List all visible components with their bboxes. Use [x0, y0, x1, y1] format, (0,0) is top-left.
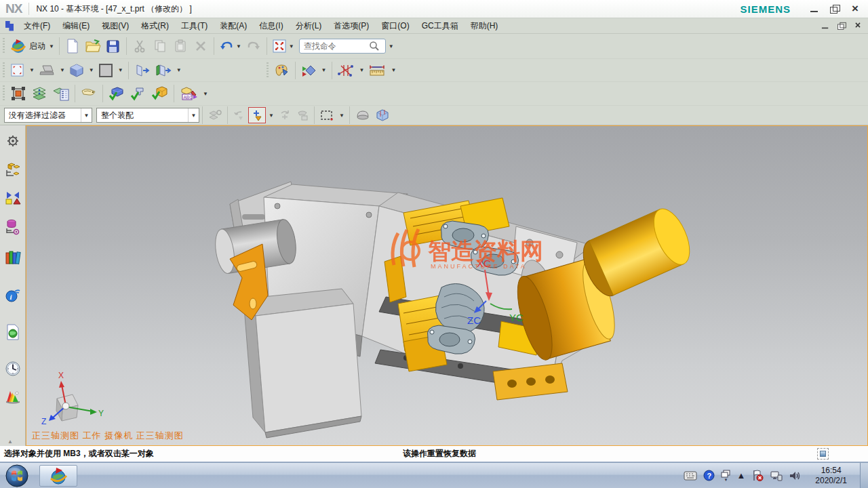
web-page-icon[interactable] — [3, 322, 23, 342]
model-lower-block[interactable] — [243, 289, 361, 438]
find-command-input[interactable] — [304, 41, 369, 51]
chevron-down-icon[interactable]: ▼ — [87, 67, 96, 73]
menu-help[interactable]: 帮助(H) — [465, 19, 505, 33]
delete-button[interactable] — [191, 36, 211, 56]
show-hide-button[interactable] — [298, 62, 319, 79]
child-minimize-button[interactable] — [821, 22, 829, 30]
roles-palette-icon[interactable] — [3, 387, 23, 407]
internet-info-icon[interactable]: i — [3, 285, 23, 306]
toolbar-grip[interactable] — [1, 85, 6, 102]
interpart-select-button[interactable] — [294, 107, 311, 123]
highlight-shaded-button[interactable] — [353, 107, 373, 123]
background-color-button[interactable] — [96, 62, 115, 79]
chevron-down-icon[interactable]: ▼ — [387, 43, 396, 49]
edit-displayed-part-button[interactable] — [149, 83, 171, 104]
move-component-button[interactable]: ABC — [177, 83, 200, 104]
child-close-button[interactable]: × — [854, 22, 862, 30]
child-restore-button[interactable] — [837, 22, 846, 30]
new-window-button[interactable] — [152, 62, 174, 79]
chevron-down-icon[interactable]: ▼ — [389, 67, 398, 73]
selection-filter-combo[interactable]: 没有选择过滤器 ▼ — [4, 108, 92, 123]
layer-settings-button[interactable] — [28, 83, 50, 104]
menu-file[interactable]: 文件(F) — [18, 19, 56, 33]
resource-bar-collapse-arrow[interactable]: ▲ — [7, 439, 13, 445]
paste-button[interactable] — [170, 36, 191, 56]
measure-button[interactable] — [366, 62, 388, 79]
close-button[interactable]: × — [850, 4, 860, 14]
chevron-down-icon[interactable]: ▼ — [201, 91, 210, 97]
toolbar-grip[interactable] — [1, 62, 6, 79]
menu-window[interactable]: 窗口(O) — [375, 19, 415, 33]
chevron-down-icon[interactable]: ▼ — [81, 108, 92, 122]
action-center-flag-icon[interactable] — [751, 470, 764, 481]
part-navigator-icon[interactable] — [3, 217, 23, 237]
roles-gear-icon[interactable] — [3, 131, 23, 151]
graphics-viewport[interactable]: XC ZC YC 智造资料网 MANUFACTURE DATA — [26, 125, 868, 446]
menu-view[interactable]: 视图(V) — [96, 19, 135, 33]
history-clock-icon[interactable] — [3, 359, 23, 379]
redo-button[interactable] — [243, 36, 264, 56]
chevron-down-icon[interactable]: ▼ — [58, 67, 67, 73]
window-dock-icon[interactable] — [817, 448, 829, 460]
keyboard-icon[interactable] — [684, 471, 697, 481]
transparent-cube-button[interactable] — [373, 107, 392, 123]
menu-gc-toolbox[interactable]: GC工具箱 — [416, 19, 465, 33]
volume-icon[interactable] — [789, 470, 801, 481]
menu-tools[interactable]: 工具(T) — [175, 19, 214, 33]
help-icon[interactable]: ? — [703, 470, 715, 481]
toolbar-grip[interactable] — [265, 62, 270, 79]
chevron-down-icon[interactable]: ▼ — [337, 113, 347, 119]
menu-format[interactable]: 格式(R) — [135, 19, 175, 33]
new-file-button[interactable] — [62, 36, 83, 56]
window-restore-tray-icon[interactable]: ▼ — [721, 470, 730, 482]
view-orientation-button[interactable] — [67, 62, 86, 79]
hidden-icons-arrow[interactable]: ▲ — [736, 470, 745, 481]
chevron-down-icon[interactable]: ▼ — [319, 67, 329, 73]
edit-object-display-button[interactable] — [106, 83, 127, 104]
open-file-button[interactable] — [83, 36, 103, 56]
snap-region-button[interactable] — [8, 83, 28, 104]
chevron-down-icon[interactable]: ▼ — [116, 67, 125, 73]
layer-category-button[interactable] — [50, 83, 72, 104]
chevron-down-icon[interactable]: ▼ — [267, 113, 276, 119]
library-icon[interactable] — [3, 247, 23, 268]
selection-scope-combo[interactable]: 整个装配 ▼ — [96, 108, 199, 123]
toolbar-grip[interactable] — [1, 38, 6, 54]
start-button[interactable] — [4, 464, 30, 487]
cad-model[interactable]: XC ZC YC 智造资料网 MANUFACTURE DATA — [26, 126, 867, 445]
touch-mode-button[interactable]: ▼ — [270, 36, 296, 56]
start-menu-button[interactable]: 启动 ▼ — [8, 36, 56, 56]
rendering-style-button[interactable] — [37, 62, 57, 79]
menu-analysis[interactable]: 分析(L) — [290, 19, 328, 33]
command-finder[interactable] — [299, 39, 386, 54]
taskbar-nx-app-button[interactable] — [39, 465, 77, 487]
window-layout-button[interactable] — [132, 62, 152, 79]
annotation-button[interactable] — [78, 83, 100, 104]
chevron-down-icon[interactable]: ▼ — [27, 67, 37, 73]
part-document-icon[interactable] — [5, 21, 14, 31]
menu-preferences[interactable]: 首选项(P) — [328, 19, 375, 33]
save-button[interactable] — [103, 36, 123, 56]
search-icon[interactable] — [369, 41, 380, 52]
fit-view-button[interactable] — [8, 62, 26, 79]
cut-button[interactable] — [130, 36, 150, 56]
menu-edit[interactable]: 编辑(E) — [56, 19, 96, 33]
add-filter-button[interactable] — [248, 107, 266, 123]
minimize-button[interactable] — [810, 4, 819, 14]
constraint-navigator-icon[interactable] — [3, 188, 23, 208]
edit-feature-button[interactable] — [127, 83, 149, 104]
taskbar-clock[interactable]: 16:54 2020/2/1 — [815, 466, 847, 486]
chevron-down-icon[interactable]: ▼ — [174, 67, 184, 73]
select-assembly-button[interactable] — [205, 107, 224, 123]
menu-assemblies[interactable]: 装配(A) — [214, 19, 253, 33]
show-desktop-button[interactable] — [860, 463, 868, 488]
chevron-down-icon[interactable]: ▼ — [188, 108, 199, 122]
reset-filter-button[interactable] — [276, 107, 294, 123]
role-button[interactable] — [272, 62, 292, 79]
chevron-down-icon[interactable]: ▼ — [357, 67, 367, 73]
menu-information[interactable]: 信息(I) — [253, 19, 289, 33]
copy-button[interactable] — [150, 36, 170, 56]
previous-filter-button[interactable] — [231, 107, 248, 123]
rectangle-select-button[interactable] — [317, 107, 336, 123]
assembly-navigator-icon[interactable] — [3, 161, 23, 181]
